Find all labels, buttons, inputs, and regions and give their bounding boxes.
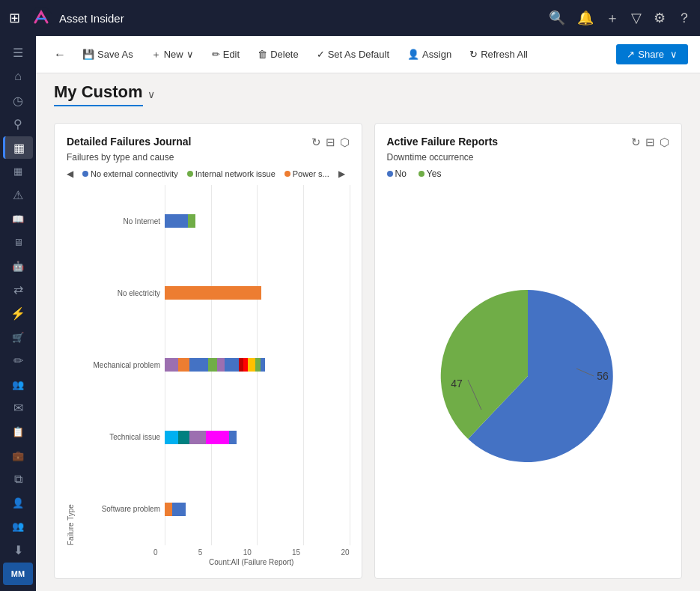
bar-label-mechanical: Mechanical problem [78, 361, 160, 369]
bar-seg-m4 [208, 358, 217, 372]
app-logo [29, 6, 53, 30]
page-title-chevron-icon[interactable]: ∨ [147, 88, 155, 100]
page-header: My Custom ∨ [36, 73, 700, 111]
share-icon: ↗ [627, 49, 635, 60]
search-icon[interactable]: 🔍 [549, 10, 565, 26]
sidebar-item-download[interactable]: ⬇ [3, 539, 33, 562]
sidebar-item-chart[interactable]: ▦ [3, 136, 33, 159]
legend-prev-icon[interactable]: ◀ [67, 169, 73, 179]
x-tick-20: 20 [341, 548, 349, 557]
bar-seg-t2 [178, 431, 189, 444]
sidebar-item-clock[interactable]: ◷ [3, 89, 33, 112]
sidebar-item-home[interactable]: ⌂ [3, 66, 33, 88]
pie-chart-svg: 47 56 [423, 271, 633, 481]
grid-icon[interactable]: ⊞ [9, 10, 20, 26]
failures-journal-card: Detailed Failures Journal ↻ ⊟ ⬡ Failures… [54, 123, 362, 579]
refresh-button[interactable]: ↻ Refresh All [462, 45, 535, 64]
top-navigation: ⊞ Asset Insider 🔍 🔔 ＋ ▽ ⚙ ？ [0, 0, 700, 36]
edit-icon: ✏ [212, 49, 220, 60]
sidebar: ☰ ⌂ ◷ ⚲ ▦ ▦ ⚠ 📖 🖥 🤖 ⇄ ⚡ 🛒 ✏ 👥 ✉ 📋 💼 ⧉ 👤 … [0, 36, 36, 591]
bar-row-software: Software problem [78, 501, 350, 518]
pie-dot-yes [419, 171, 424, 177]
bar-seg-m11 [261, 358, 265, 372]
bar-chart-legend: ◀ No external connectivity Internal netw… [67, 169, 350, 179]
export-pie-icon[interactable]: ⊟ [645, 136, 655, 149]
export-chart-icon[interactable]: ⊟ [326, 136, 335, 149]
bar-row-no-internet: No Internet [78, 213, 350, 229]
refresh-pie-icon[interactable]: ↻ [631, 136, 641, 149]
bar-seg-t1 [165, 431, 178, 444]
assign-button[interactable]: 👤 Assign [400, 45, 459, 64]
sidebar-item-contacts[interactable]: 👥 [3, 374, 33, 396]
sidebar-item-calendar[interactable]: ▦ [3, 160, 33, 183]
add-icon[interactable]: ＋ [606, 9, 619, 27]
x-axis: 0 5 10 15 20 [67, 548, 350, 557]
legend-next-icon[interactable]: ▶ [338, 169, 345, 179]
notification-icon[interactable]: 🔔 [577, 10, 594, 26]
x-tick-15: 15 [292, 548, 300, 557]
filter-icon[interactable]: ▽ [631, 10, 642, 26]
bar-seg-m1 [165, 358, 178, 372]
sidebar-item-mail[interactable]: ✉ [3, 397, 33, 419]
expand-chart-icon[interactable]: ⬡ [340, 136, 350, 149]
pie-legend-no: No [387, 169, 407, 179]
y-axis-label: Failure Type [67, 185, 75, 545]
bar-wrapper-software [165, 501, 350, 518]
page-title[interactable]: My Custom [54, 82, 143, 106]
bars-container: No Internet No electricity [78, 185, 350, 545]
bar-seg-m10 [255, 358, 261, 372]
sidebar-item-bolt[interactable]: ⚡ [3, 303, 33, 325]
bar-seg-s1 [165, 503, 172, 516]
pie-legend: No Yes [387, 169, 670, 179]
top-nav-actions: 🔍 🔔 ＋ ▽ ⚙ ？ [549, 9, 691, 27]
bar-wrapper-no-internet [165, 213, 350, 229]
logo-container: Asset Insider [29, 6, 124, 30]
sidebar-item-shuffle[interactable]: ⇄ [3, 279, 33, 301]
user-avatar[interactable]: MM [3, 563, 33, 585]
bar-label-software: Software problem [78, 505, 160, 513]
set-default-button[interactable]: ✓ Set As Default [309, 45, 397, 64]
bar-segment-2 [188, 214, 195, 228]
sidebar-item-pencil[interactable]: ✏ [3, 350, 33, 372]
sidebar-item-hamburger[interactable]: ☰ [3, 42, 33, 64]
grid-line-4 [350, 185, 350, 545]
new-icon: ＋ [151, 48, 161, 61]
help-icon[interactable]: ？ [678, 9, 691, 27]
chart-title-right: Active Failure Reports [387, 136, 499, 148]
sidebar-item-warning[interactable]: ⚠ [3, 184, 33, 207]
refresh-chart-icon[interactable]: ↻ [311, 136, 321, 149]
x-tick-10: 10 [243, 548, 252, 557]
back-button[interactable]: ← [48, 44, 72, 65]
main-content: ← 💾 Save As ＋ New ∨ ✏ Edit 🗑 Delete ✓ Se [36, 36, 700, 591]
sidebar-item-layers[interactable]: ⧉ [3, 468, 33, 491]
x-axis-label: Count:All (Failure Report) [67, 558, 350, 566]
sidebar-item-report[interactable]: 📋 [3, 421, 33, 443]
bar-seg-t5 [229, 431, 237, 444]
sidebar-item-monitor[interactable]: 🖥 [3, 231, 33, 254]
bar-row-mechanical: Mechanical problem [78, 357, 350, 373]
share-button[interactable]: ↗ Share ∨ [616, 44, 688, 64]
bar-segment-1 [165, 214, 188, 228]
sidebar-item-book[interactable]: 📖 [3, 207, 33, 230]
active-failure-reports-card: Active Failure Reports ↻ ⊟ ⬡ Downtime oc… [374, 123, 683, 579]
new-button[interactable]: ＋ New ∨ [144, 44, 201, 65]
sidebar-item-person[interactable]: 👤 [3, 492, 33, 515]
delete-button[interactable]: 🗑 Delete [250, 45, 306, 64]
sidebar-item-pin[interactable]: ⚲ [3, 113, 33, 136]
new-chevron-icon: ∨ [186, 49, 194, 60]
sidebar-item-bag[interactable]: 💼 [3, 444, 33, 467]
save-as-button[interactable]: 💾 Save As [75, 45, 141, 64]
settings-icon[interactable]: ⚙ [654, 10, 666, 26]
chart-header-left: Detailed Failures Journal ↻ ⊟ ⬡ [67, 136, 350, 149]
assign-icon: 👤 [407, 49, 419, 60]
sidebar-item-group[interactable]: 👥 [3, 515, 33, 538]
pie-value-yes: 47 [451, 378, 463, 390]
bar-seg-s2 [172, 503, 186, 516]
sidebar-item-robot[interactable]: 🤖 [3, 255, 33, 277]
sidebar-item-cart[interactable]: 🛒 [3, 326, 33, 348]
legend-label-2: Internal network issue [195, 169, 276, 178]
edit-button[interactable]: ✏ Edit [204, 45, 247, 64]
app-name: Asset Insider [59, 12, 124, 25]
legend-dot-1 [82, 171, 88, 177]
expand-pie-icon[interactable]: ⬡ [660, 136, 669, 149]
